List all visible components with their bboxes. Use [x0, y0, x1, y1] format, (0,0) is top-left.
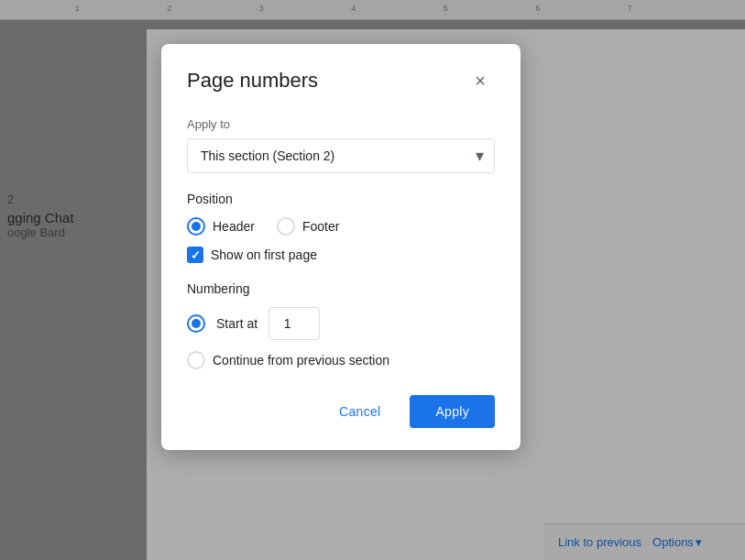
continue-label: Continue from previous section [213, 353, 389, 368]
apply-to-select[interactable]: This section (Section 2) Whole document … [187, 138, 495, 173]
show-first-page-label: Show on first page [211, 247, 317, 262]
footer-option[interactable]: Footer [277, 217, 339, 236]
footer-radio[interactable] [277, 217, 295, 236]
header-label: Header [213, 219, 255, 234]
continue-row: Continue from previous section [187, 351, 495, 369]
dialog-title: Page numbers [187, 69, 318, 93]
dialog-actions: Cancel Apply [187, 395, 495, 428]
close-button[interactable]: × [466, 66, 495, 95]
start-at-label: Start at [216, 316, 257, 331]
checkmark-icon: ✓ [191, 249, 201, 261]
start-at-row: Start at [187, 307, 495, 340]
position-label: Position [187, 192, 495, 206]
show-first-page-row[interactable]: ✓ Show on first page [187, 247, 495, 263]
apply-to-label: Apply to [187, 117, 495, 131]
start-at-radio-dot [192, 319, 201, 328]
continue-radio[interactable] [187, 351, 205, 369]
header-radio[interactable] [187, 217, 205, 236]
position-radio-row: Header Footer [187, 217, 495, 236]
page-numbers-dialog: Page numbers × Apply to This section (Se… [161, 44, 520, 450]
numbering-label: Numbering [187, 281, 495, 296]
show-first-page-checkbox[interactable]: ✓ [187, 247, 203, 263]
apply-to-select-wrapper: This section (Section 2) Whole document … [187, 138, 495, 173]
cancel-button[interactable]: Cancel [321, 395, 399, 428]
start-at-input[interactable] [268, 307, 320, 340]
apply-button[interactable]: Apply [410, 395, 495, 428]
footer-label: Footer [302, 219, 339, 234]
header-option[interactable]: Header [187, 217, 255, 236]
close-icon: × [475, 71, 486, 92]
header-radio-dot [192, 222, 201, 231]
start-at-radio[interactable] [187, 314, 205, 333]
